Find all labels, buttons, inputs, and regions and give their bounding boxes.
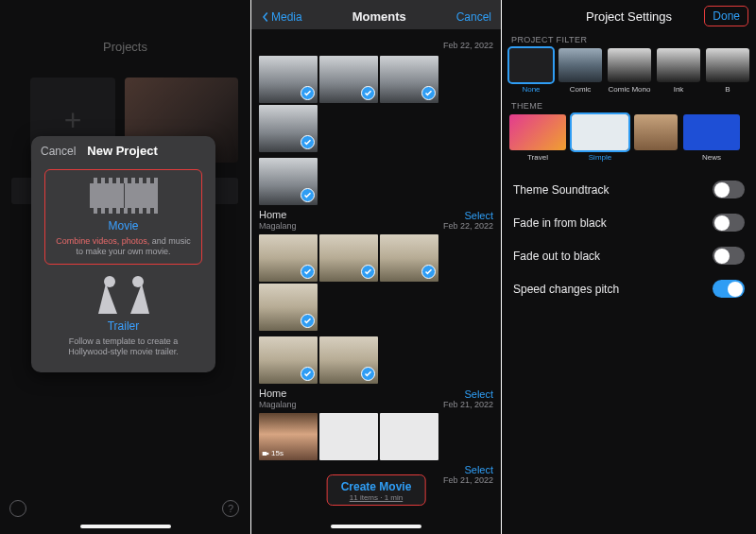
home-indicator xyxy=(331,525,421,528)
filter-strip[interactable]: None Comic Comic Mono Ink B xyxy=(502,46,756,97)
media-thumb[interactable] xyxy=(259,336,318,384)
check-icon xyxy=(301,314,315,328)
select-button[interactable]: Select xyxy=(443,388,493,400)
new-project-modal: Cancel New Project Movie Combine videos,… xyxy=(31,136,215,372)
video-badge: 15s xyxy=(262,449,284,457)
toggle-speed[interactable] xyxy=(713,280,745,298)
section-name: Home xyxy=(259,388,297,399)
section-date: Feb 21, 2022 xyxy=(443,400,493,409)
media-thumb[interactable] xyxy=(319,234,378,282)
media-thumb[interactable]: 15s xyxy=(259,413,318,460)
section-sub: Magalang xyxy=(259,400,297,409)
back-button[interactable]: Media xyxy=(261,10,302,24)
media-thumb[interactable] xyxy=(380,413,438,460)
selection-count: 11 items · 1 min xyxy=(341,493,412,502)
check-icon xyxy=(361,265,375,279)
filter-none[interactable]: None xyxy=(509,48,553,94)
option-trailer-desc: Follow a template to create a Hollywood-… xyxy=(48,336,198,358)
check-icon xyxy=(301,86,315,100)
row-speed: Speed changes pitch xyxy=(502,272,756,305)
section-date: Feb 21, 2022 xyxy=(443,475,493,485)
chevron-left-icon xyxy=(261,11,269,23)
group-filter-label: PROJECT FILTER xyxy=(502,31,756,46)
theme-news[interactable]: News xyxy=(683,114,740,162)
media-thumb[interactable] xyxy=(380,234,438,282)
thumb-row: 15s xyxy=(259,413,493,460)
row-fadeout: Fade out to black xyxy=(502,239,756,272)
screen-new-project: Projects + Cancel New Project Movie Comb… xyxy=(0,0,251,534)
done-button[interactable]: Done xyxy=(704,6,748,26)
spotlight-icon xyxy=(98,276,149,314)
settings-title: Project Settings xyxy=(586,9,672,24)
picker-nav: Media Moments Cancel xyxy=(251,0,501,29)
check-icon xyxy=(361,86,375,100)
media-thumb[interactable] xyxy=(259,158,318,205)
projects-title: Projects xyxy=(0,40,250,54)
film-icon xyxy=(90,178,158,214)
option-movie-desc: Combine videos, photos, and music to mak… xyxy=(55,236,192,258)
media-thumb[interactable] xyxy=(319,413,378,460)
settings-list: Theme Soundtrack Fade in from black Fade… xyxy=(502,173,756,305)
row-fadein: Fade in from black xyxy=(502,206,756,239)
home-indicator xyxy=(80,525,171,528)
plus-icon: + xyxy=(64,103,82,138)
theme-strip[interactable]: Travel Simple News xyxy=(502,112,756,165)
media-thumb[interactable] xyxy=(319,56,378,103)
section-date: Feb 22, 2022 xyxy=(443,221,493,231)
picker-title: Moments xyxy=(352,9,406,24)
media-thumb[interactable] xyxy=(380,56,438,103)
check-icon xyxy=(421,86,436,100)
filter-comic[interactable]: Comic xyxy=(558,48,602,94)
section-name: Home xyxy=(259,209,297,220)
thumb-row xyxy=(259,56,493,152)
group-theme-label: THEME xyxy=(502,97,756,112)
toggle-fadein[interactable] xyxy=(713,214,745,232)
theme-people[interactable] xyxy=(634,114,678,162)
modal-cancel-button[interactable]: Cancel xyxy=(41,145,76,158)
filter-more[interactable]: B xyxy=(706,48,749,94)
media-thumb[interactable] xyxy=(259,284,318,331)
media-thumb[interactable] xyxy=(259,234,318,282)
help-icon[interactable]: ? xyxy=(222,500,239,517)
filter-comic-mono[interactable]: Comic Mono xyxy=(608,48,651,94)
check-icon xyxy=(301,265,315,279)
section-sub: Magalang xyxy=(259,221,297,231)
check-icon xyxy=(421,265,436,279)
toggle-fadeout[interactable] xyxy=(713,247,745,265)
option-movie-label: Movie xyxy=(51,219,196,233)
modal-title: New Project xyxy=(76,144,206,158)
create-movie-button[interactable]: Create Movie 11 items · 1 min xyxy=(327,474,426,506)
option-trailer-label: Trailer xyxy=(44,319,202,333)
media-thumb[interactable] xyxy=(259,56,318,103)
screen-project-settings: Project Settings Done PROJECT FILTER Non… xyxy=(502,0,756,534)
section-date: Feb 22, 2022 xyxy=(443,41,493,50)
theme-simple[interactable]: Simple xyxy=(572,114,628,162)
check-icon xyxy=(301,367,315,381)
more-icon[interactable] xyxy=(9,500,26,517)
thumb-row xyxy=(259,158,493,205)
thumb-row xyxy=(259,336,493,384)
option-movie[interactable]: Movie Combine videos, photos, and music … xyxy=(44,169,202,265)
check-icon xyxy=(301,135,315,149)
check-icon xyxy=(361,367,375,381)
media-thumb[interactable] xyxy=(259,105,318,152)
picker-cancel-button[interactable]: Cancel xyxy=(456,10,491,24)
row-soundtrack: Theme Soundtrack xyxy=(502,173,756,206)
toggle-soundtrack[interactable] xyxy=(713,181,745,198)
screen-moments-picker: Media Moments Cancel Feb 22, 2022 HomeMa… xyxy=(251,0,502,534)
check-icon xyxy=(301,188,315,202)
select-button[interactable]: Select xyxy=(443,464,493,475)
option-trailer[interactable]: Trailer Follow a template to create a Ho… xyxy=(44,276,202,358)
theme-travel[interactable]: Travel xyxy=(509,114,566,162)
thumb-row xyxy=(259,234,493,331)
media-thumb[interactable] xyxy=(319,336,378,384)
filter-ink[interactable]: Ink xyxy=(657,48,700,94)
select-button[interactable]: Select xyxy=(443,210,493,221)
